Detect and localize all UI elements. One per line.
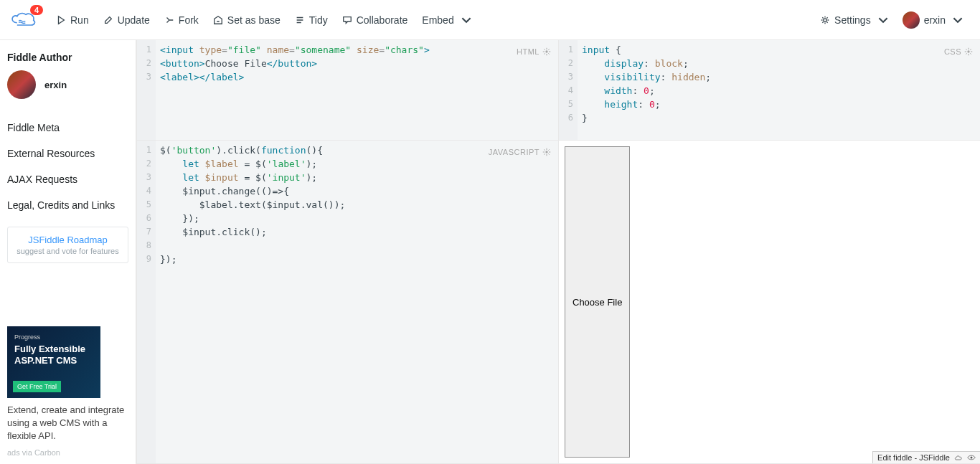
sidebar-item-external-resources[interactable]: External Resources bbox=[7, 141, 128, 166]
choose-file-button[interactable]: Choose File bbox=[565, 146, 630, 458]
pane-label-css[interactable]: CSS bbox=[944, 47, 973, 56]
user-menu[interactable]: erxin bbox=[895, 7, 970, 33]
css-code[interactable]: input { display: block; visibility: hidd… bbox=[578, 40, 980, 140]
top-toolbar: 4 Run Update Fork Set as base Tidy Colla… bbox=[0, 0, 980, 40]
html-code[interactable]: <input type="file" name="somename" size=… bbox=[156, 40, 558, 140]
editor-panels: 123 <input type="file" name="somename" s… bbox=[136, 40, 980, 464]
play-icon bbox=[56, 15, 66, 25]
avatar bbox=[903, 11, 920, 29]
ad-source[interactable]: ads via Carbon bbox=[7, 448, 128, 457]
chat-icon bbox=[342, 15, 352, 25]
sidebar-item-ajax-requests[interactable]: AJAX Requests bbox=[7, 166, 128, 192]
footer-label: Edit fiddle - JSFiddle bbox=[877, 453, 950, 462]
css-pane[interactable]: 123456 input { display: block; visibilit… bbox=[558, 40, 980, 141]
fork-button[interactable]: Fork bbox=[157, 10, 206, 30]
eye-icon bbox=[967, 454, 976, 461]
sidebar: Fiddle Author erxin Fiddle Meta External… bbox=[0, 40, 136, 464]
author-name: erxin bbox=[44, 80, 67, 90]
run-button[interactable]: Run bbox=[49, 10, 96, 30]
author-row[interactable]: erxin bbox=[7, 70, 128, 99]
tag-icon bbox=[213, 15, 223, 25]
gear-icon bbox=[542, 47, 551, 56]
embed-button[interactable]: Embed bbox=[415, 10, 478, 30]
line-gutter: 123456789 bbox=[137, 141, 156, 463]
ad-cta-button[interactable]: Get Free Trial bbox=[13, 381, 61, 392]
fork-icon bbox=[164, 15, 174, 25]
svg-point-2 bbox=[967, 50, 969, 52]
javascript-pane[interactable]: 123456789 $('button').click(function(){ … bbox=[136, 141, 558, 464]
list-icon bbox=[295, 15, 305, 25]
pencil-icon bbox=[103, 15, 113, 25]
html-pane[interactable]: 123 <input type="file" name="somename" s… bbox=[136, 40, 558, 141]
ad-block: Progress Fully Extensible ASP.NET CMS Ge… bbox=[7, 326, 128, 457]
chevron-down-icon bbox=[953, 15, 963, 25]
update-button[interactable]: Update bbox=[96, 10, 157, 30]
notification-badge[interactable]: 4 bbox=[30, 5, 43, 15]
logo[interactable]: 4 bbox=[10, 9, 36, 30]
pane-label-html[interactable]: HTML bbox=[517, 47, 551, 56]
tidy-button[interactable]: Tidy bbox=[288, 10, 335, 30]
svg-point-1 bbox=[545, 50, 547, 52]
js-code[interactable]: $('button').click(function(){ let $label… bbox=[156, 141, 558, 463]
svg-point-3 bbox=[545, 151, 547, 153]
gear-icon bbox=[542, 148, 551, 156]
chevron-down-icon bbox=[878, 15, 888, 25]
chevron-down-icon bbox=[461, 15, 471, 25]
sidebar-heading: Fiddle Author bbox=[7, 52, 128, 63]
sidebar-item-fiddle-meta[interactable]: Fiddle Meta bbox=[7, 115, 128, 141]
sidebar-item-legal[interactable]: Legal, Credits and Links bbox=[7, 192, 128, 218]
ad-image[interactable]: Progress Fully Extensible ASP.NET CMS Ge… bbox=[7, 326, 100, 398]
line-gutter: 123456 bbox=[559, 40, 578, 140]
pane-label-js[interactable]: JAVASCRIPT bbox=[489, 148, 551, 156]
line-gutter: 123 bbox=[137, 40, 156, 140]
collaborate-button[interactable]: Collaborate bbox=[335, 10, 415, 30]
svg-point-4 bbox=[971, 457, 973, 459]
ad-text[interactable]: Extend, create and integrate using a web… bbox=[7, 404, 128, 442]
gear-icon bbox=[964, 47, 973, 56]
footer-bar[interactable]: Edit fiddle - JSFiddle bbox=[872, 451, 980, 463]
gear-icon bbox=[820, 15, 830, 25]
set-as-base-button[interactable]: Set as base bbox=[206, 10, 288, 30]
cloud-icon bbox=[954, 454, 963, 461]
result-pane: Choose File Edit fiddle - JSFiddle bbox=[558, 141, 980, 464]
settings-button[interactable]: Settings bbox=[813, 10, 895, 30]
author-avatar bbox=[7, 70, 36, 99]
roadmap-button[interactable]: JSFiddle Roadmap suggest and vote for fe… bbox=[7, 227, 128, 263]
svg-point-0 bbox=[824, 18, 826, 21]
